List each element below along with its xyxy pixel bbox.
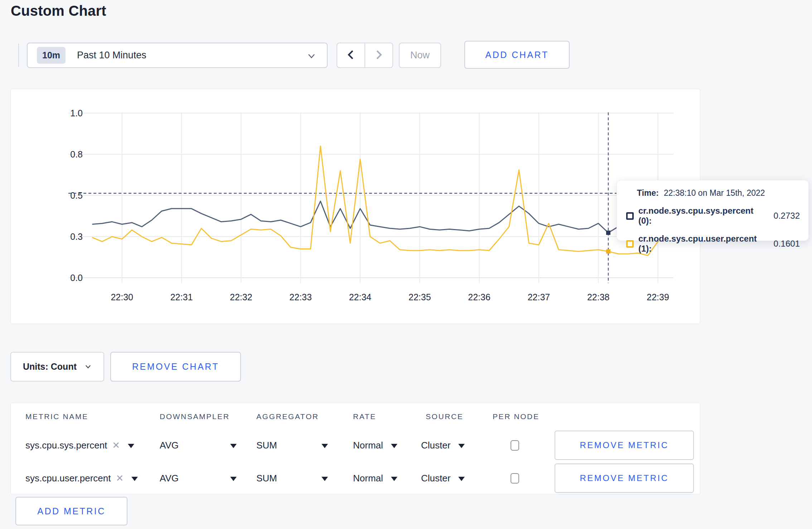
source-select[interactable]: Cluster bbox=[421, 429, 465, 462]
rate-value: Normal bbox=[353, 440, 383, 451]
dropdown-caret-icon bbox=[458, 477, 465, 481]
column-header-downsampler: DOWNSAMPLER bbox=[160, 412, 229, 421]
metric-table-row: sys.cpu.sys.percent ✕ AVG SUM Normal Clu… bbox=[11, 429, 700, 462]
downsampler-value: AVG bbox=[160, 440, 179, 451]
series-line-cr.node.sys.cpu.user.percent bbox=[92, 146, 668, 256]
tooltip-series-row: cr.node.sys.cpu.sys.percent (0): 0.2732 bbox=[626, 206, 800, 226]
remove-metric-button[interactable]: REMOVE METRIC bbox=[555, 464, 694, 493]
chart-tooltip: Time:22:38:10 on Mar 15th, 2022 cr.node.… bbox=[617, 180, 809, 241]
column-header-per-node: PER NODE bbox=[493, 412, 540, 421]
aggregator-select[interactable]: SUM bbox=[256, 429, 328, 462]
column-header-source: SOURCE bbox=[426, 412, 463, 421]
dropdown-caret-icon bbox=[131, 477, 138, 481]
column-header-aggregator: AGGREGATOR bbox=[256, 412, 319, 421]
x-axis-tick-label: 22:33 bbox=[289, 292, 312, 302]
per-node-checkbox[interactable] bbox=[511, 473, 519, 484]
metrics-table: METRIC NAME DOWNSAMPLER AGGREGATOR RATE … bbox=[10, 403, 700, 494]
dropdown-caret-icon bbox=[230, 444, 237, 448]
y-axis-tick-label: 0.0 bbox=[70, 273, 83, 283]
x-axis-tick-label: 22:35 bbox=[409, 292, 431, 302]
dropdown-caret-icon bbox=[230, 477, 237, 481]
time-range-badge: 10m bbox=[37, 47, 66, 64]
chart-card: 0.00.30.50.81.022:3022:3122:3222:3322:34… bbox=[10, 89, 700, 324]
chevron-down-icon bbox=[84, 363, 92, 372]
time-range-label: Past 10 Minutes bbox=[77, 50, 146, 61]
metrics-table-header: METRIC NAME DOWNSAMPLER AGGREGATOR RATE … bbox=[11, 403, 700, 429]
x-axis-tick-label: 22:34 bbox=[349, 292, 372, 302]
clear-metric-icon[interactable]: ✕ bbox=[116, 473, 124, 484]
remove-metric-button[interactable]: REMOVE METRIC bbox=[555, 431, 694, 460]
remove-chart-button[interactable]: REMOVE CHART bbox=[110, 352, 241, 382]
clear-metric-icon[interactable]: ✕ bbox=[112, 440, 120, 451]
tooltip-series-value: 0.1601 bbox=[774, 239, 800, 249]
aggregator-value: SUM bbox=[256, 440, 277, 451]
column-header-rate: RATE bbox=[353, 412, 376, 421]
hover-point-marker bbox=[606, 230, 610, 235]
page-title: Custom Chart bbox=[11, 3, 106, 19]
toolbar-divider bbox=[18, 43, 19, 67]
source-value: Cluster bbox=[421, 473, 450, 484]
tooltip-series-name: cr.node.sys.cpu.sys.percent (0): bbox=[638, 206, 769, 226]
rate-select[interactable]: Normal bbox=[353, 429, 397, 462]
dropdown-caret-icon bbox=[458, 444, 465, 448]
tooltip-series-value: 0.2732 bbox=[774, 211, 800, 221]
per-node-checkbox[interactable] bbox=[511, 440, 519, 451]
series-line-cr.node.sys.cpu.sys.percent bbox=[92, 201, 668, 233]
downsampler-select[interactable]: AVG bbox=[160, 462, 237, 495]
source-value: Cluster bbox=[421, 440, 450, 451]
aggregator-select[interactable]: SUM bbox=[256, 462, 328, 495]
dropdown-caret-icon bbox=[128, 444, 134, 448]
time-nav-group bbox=[337, 43, 393, 68]
metric-name-select[interactable]: sys.cpu.user.percent ✕ bbox=[25, 462, 138, 495]
add-metric-button[interactable]: ADD METRIC bbox=[15, 497, 127, 525]
column-header-metric-name: METRIC NAME bbox=[25, 412, 88, 421]
now-button[interactable]: Now bbox=[399, 43, 441, 68]
metric-name-label: sys.cpu.user.percent bbox=[25, 473, 111, 484]
time-series-chart[interactable]: 0.00.30.50.81.022:3022:3122:3222:3322:34… bbox=[11, 89, 700, 324]
dropdown-caret-icon bbox=[391, 444, 397, 448]
tooltip-series-row: cr.node.sys.cpu.user.percent (1): 0.1601 bbox=[626, 234, 800, 254]
x-axis-tick-label: 22:39 bbox=[647, 292, 669, 302]
chevron-right-icon bbox=[374, 49, 384, 62]
y-axis-tick-label: 0.3 bbox=[70, 232, 83, 242]
y-axis-tick-label: 0.5 bbox=[70, 190, 83, 200]
units-select[interactable]: Units: Count bbox=[10, 352, 104, 382]
y-axis-tick-label: 1.0 bbox=[70, 108, 83, 118]
x-axis-tick-label: 22:31 bbox=[170, 292, 193, 302]
chevron-down-icon bbox=[307, 51, 316, 62]
tooltip-time-value: 22:38:10 on Mar 15th, 2022 bbox=[664, 188, 765, 198]
x-axis-tick-label: 22:37 bbox=[528, 292, 550, 302]
y-axis-tick-label: 0.8 bbox=[70, 149, 83, 159]
next-time-button[interactable] bbox=[364, 43, 392, 67]
x-axis-tick-label: 22:36 bbox=[468, 292, 490, 302]
custom-chart-page: Custom Chart 10m Past 10 Minutes Now ADD… bbox=[0, 0, 812, 529]
tooltip-time-row: Time:22:38:10 on Mar 15th, 2022 bbox=[637, 188, 800, 198]
metric-table-row: sys.cpu.user.percent ✕ AVG SUM Normal Cl… bbox=[11, 462, 700, 495]
x-axis-tick-label: 22:32 bbox=[230, 292, 252, 302]
dropdown-caret-icon bbox=[391, 477, 397, 481]
dropdown-caret-icon bbox=[322, 444, 328, 448]
dropdown-caret-icon bbox=[322, 477, 328, 481]
aggregator-value: SUM bbox=[256, 473, 277, 484]
x-axis-tick-label: 22:38 bbox=[587, 292, 610, 302]
units-select-label: Units: Count bbox=[23, 361, 77, 372]
downsampler-value: AVG bbox=[160, 473, 179, 484]
chevron-left-icon bbox=[346, 49, 356, 62]
hover-point-marker bbox=[606, 249, 610, 253]
add-chart-button[interactable]: ADD CHART bbox=[464, 41, 570, 69]
prev-time-button[interactable] bbox=[337, 43, 364, 67]
source-select[interactable]: Cluster bbox=[421, 462, 465, 495]
rate-value: Normal bbox=[353, 473, 383, 484]
metric-name-label: sys.cpu.sys.percent bbox=[25, 440, 107, 451]
tooltip-time-label: Time: bbox=[637, 188, 659, 198]
rate-select[interactable]: Normal bbox=[353, 462, 397, 495]
series-swatch-icon bbox=[626, 240, 634, 248]
metric-name-select[interactable]: sys.cpu.sys.percent ✕ bbox=[25, 429, 134, 462]
x-axis-tick-label: 22:30 bbox=[111, 292, 133, 302]
downsampler-select[interactable]: AVG bbox=[160, 429, 237, 462]
tooltip-series-name: cr.node.sys.cpu.user.percent (1): bbox=[638, 234, 769, 254]
series-swatch-icon bbox=[626, 212, 634, 220]
time-range-select[interactable]: 10m Past 10 Minutes bbox=[27, 43, 328, 68]
